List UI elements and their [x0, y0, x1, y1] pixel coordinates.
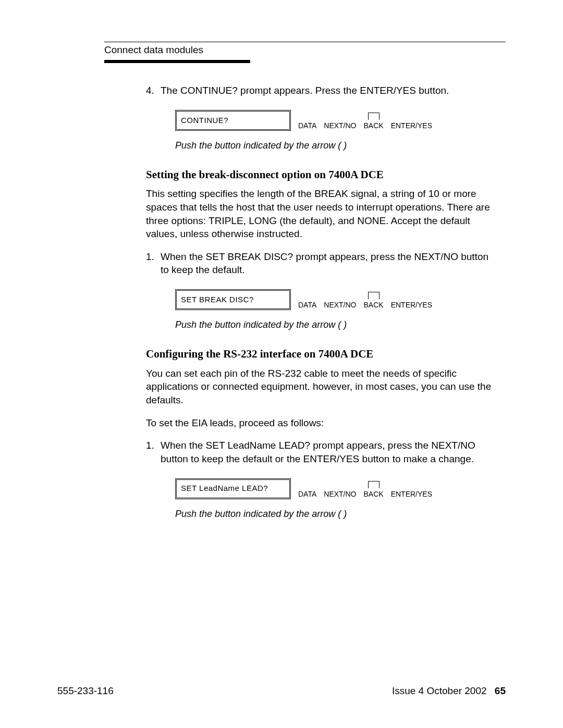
- caption-leadname: Push the button indicated by the arrow (…: [175, 508, 497, 520]
- diagram-continue: CONTINUE? DATA NEXT/NO BACK ENTER/YES: [175, 110, 497, 131]
- key-outline-icon: [368, 113, 380, 120]
- button-enteryes: ENTER/YES: [391, 292, 432, 310]
- para-break-disconnect: This setting specifies the length of the…: [146, 187, 497, 241]
- sectionA-step1-number: 1.: [146, 250, 161, 277]
- button-back: BACK: [364, 113, 384, 131]
- button-label-back: BACK: [364, 301, 384, 309]
- caption-continue: Push the button indicated by the arrow (…: [175, 139, 497, 152]
- key-outline-icon: [368, 481, 380, 488]
- button-data: DATA: [298, 292, 316, 310]
- footer-issue: Issue 4 October 2002: [392, 685, 487, 696]
- page-footer: 555-233-116 Issue 4 October 2002 65: [57, 685, 506, 697]
- button-nextno: NEXT/NO: [324, 113, 356, 131]
- lcd-continue: CONTINUE?: [175, 110, 291, 131]
- footer-page-number: 65: [495, 685, 506, 696]
- button-nextno: NEXT/NO: [324, 292, 356, 310]
- diagram-break-disc: SET BREAK DISC? DATA NEXT/NO BACK ENTER/…: [175, 289, 497, 310]
- step-4-text: The CONTINUE? prompt appears. Press the …: [161, 84, 497, 97]
- para-rs232-2: To set the EIA leads, proceed as follows…: [146, 416, 497, 430]
- page-content: 4. The CONTINUE? prompt appears. Press t…: [146, 84, 497, 520]
- button-enteryes: ENTER/YES: [391, 481, 432, 499]
- button-back: BACK: [364, 292, 384, 310]
- diagram-leadname: SET LeadName LEAD? DATA NEXT/NO BACK ENT…: [175, 478, 497, 499]
- caption-break-disc: Push the button indicated by the arrow (…: [175, 318, 497, 331]
- button-back: BACK: [364, 481, 384, 499]
- page-container: Connect data modules 4. The CONTINUE? pr…: [0, 0, 563, 728]
- sectionB-step1-text: When the SET LeadName LEAD? prompt appea…: [161, 439, 497, 465]
- heading-break-disconnect: Setting the break-disconnect option on 7…: [146, 167, 497, 182]
- button-label-data: DATA: [298, 121, 316, 130]
- page-header: Connect data modules: [104, 42, 506, 63]
- button-label-enteryes: ENTER/YES: [391, 121, 432, 130]
- button-label-nextno: NEXT/NO: [324, 301, 356, 309]
- button-label-nextno: NEXT/NO: [324, 121, 356, 130]
- button-label-back: BACK: [364, 490, 384, 498]
- header-section-title: Connect data modules: [104, 44, 506, 56]
- sectionA-step1-text: When the SET BREAK DISC? prompt appears,…: [161, 250, 497, 277]
- button-label-nextno: NEXT/NO: [324, 490, 356, 498]
- footer-right: Issue 4 October 2002 65: [392, 685, 506, 697]
- button-data: DATA: [298, 113, 316, 131]
- button-label-enteryes: ENTER/YES: [391, 490, 432, 498]
- lcd-break-disc: SET BREAK DISC?: [175, 289, 291, 310]
- button-label-data: DATA: [298, 301, 316, 309]
- heading-rs232: Configuring the RS-232 interface on 7400…: [146, 347, 497, 361]
- sectionB-step1-number: 1.: [146, 439, 161, 465]
- button-label-data: DATA: [298, 490, 316, 498]
- footer-doc-number: 555-233-116: [57, 685, 114, 697]
- lcd-leadname: SET LeadName LEAD?: [175, 478, 291, 499]
- button-enteryes: ENTER/YES: [391, 113, 432, 131]
- para-rs232-1: You can set each pin of the RS-232 cable…: [146, 367, 497, 407]
- button-nextno: NEXT/NO: [324, 481, 356, 499]
- sectionA-step-1: 1. When the SET BREAK DISC? prompt appea…: [146, 250, 497, 277]
- button-data: DATA: [298, 481, 316, 499]
- sectionB-step-1: 1. When the SET LeadName LEAD? prompt ap…: [146, 439, 497, 465]
- header-divider-bar: [104, 60, 250, 63]
- step-4-number: 4.: [146, 84, 161, 97]
- step-4: 4. The CONTINUE? prompt appears. Press t…: [146, 84, 497, 97]
- button-label-enteryes: ENTER/YES: [391, 301, 432, 309]
- button-label-back: BACK: [364, 121, 384, 130]
- key-outline-icon: [368, 292, 380, 299]
